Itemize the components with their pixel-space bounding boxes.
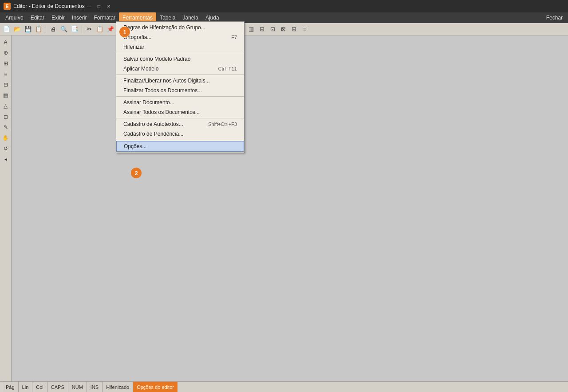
badge-2: 2 xyxy=(131,168,142,178)
dd-finalizar-todos-label: Finalizar Todos os Documentos... xyxy=(123,87,202,94)
dropdown-menu: Regras de Hifenização do Grupo... Ortogr… xyxy=(116,21,245,153)
dd-finalizar-liberar-label: Finalizar/Liberar nos Autos Digitais... xyxy=(123,78,210,84)
dd-hifenizacao-label: Regras de Hifenização do Grupo... xyxy=(123,24,205,31)
dd-assinar-todos-label: Assinar Todos os Documentos... xyxy=(123,109,200,115)
dd-finalizar-todos[interactable]: Finalizar Todos os Documentos... xyxy=(116,86,244,95)
dd-cadastro-autotextos[interactable]: Cadastro de Autotextos... Shift+Ctrl+F3 xyxy=(116,119,244,129)
dd-assinar-doc-label: Assinar Documento... xyxy=(123,99,174,106)
dd-assinar-todos[interactable]: Assinar Todos os Documentos... xyxy=(116,107,244,117)
dd-aplicar-modelo[interactable]: Aplicar Modelo Ctrl+F11 xyxy=(116,64,244,74)
dd-cadastro-autotextos-shortcut: Shift+Ctrl+F3 xyxy=(208,122,237,127)
separator-e xyxy=(116,140,244,140)
dd-hifenizacao[interactable]: Regras de Hifenização do Grupo... xyxy=(116,23,244,32)
badge-1-label: 1 xyxy=(123,29,126,35)
dd-cadastro-autotextos-label: Cadastro de Autotextos... xyxy=(123,121,183,127)
separator-a xyxy=(116,53,244,53)
dd-assinar-doc[interactable]: Assinar Documento... xyxy=(116,98,244,107)
separator-d xyxy=(116,118,244,118)
dd-ortografia-shortcut: F7 xyxy=(231,35,237,40)
dd-hifenizar[interactable]: Hifenizar xyxy=(116,42,244,52)
dd-opcoes-label: Opções... xyxy=(124,143,146,149)
dd-opcoes[interactable]: Opções... xyxy=(116,141,244,152)
dd-cadastro-pendencia[interactable]: Cadastro de Pendência... xyxy=(116,129,244,139)
dd-salvar-modelo-label: Salvar como Modelo Padrão xyxy=(123,56,190,62)
badge-2-label: 2 xyxy=(134,170,138,176)
dropdown-overlay[interactable]: Regras de Hifenização do Grupo... Ortogr… xyxy=(0,0,568,392)
dd-cadastro-pendencia-label: Cadastro de Pendência... xyxy=(123,131,183,137)
separator-b xyxy=(116,74,244,75)
separator-c xyxy=(116,96,244,97)
dd-salvar-modelo[interactable]: Salvar como Modelo Padrão xyxy=(116,54,244,64)
dd-aplicar-modelo-shortcut: Ctrl+F11 xyxy=(218,66,237,71)
dd-hifenizar-label: Hifenizar xyxy=(123,44,144,50)
badge-1: 1 xyxy=(119,27,130,37)
dd-aplicar-modelo-label: Aplicar Modelo xyxy=(123,66,158,72)
dd-finalizar-liberar[interactable]: Finalizar/Liberar nos Autos Digitais... xyxy=(116,76,244,86)
dd-ortografia[interactable]: Ortografia... F7 xyxy=(116,32,244,42)
